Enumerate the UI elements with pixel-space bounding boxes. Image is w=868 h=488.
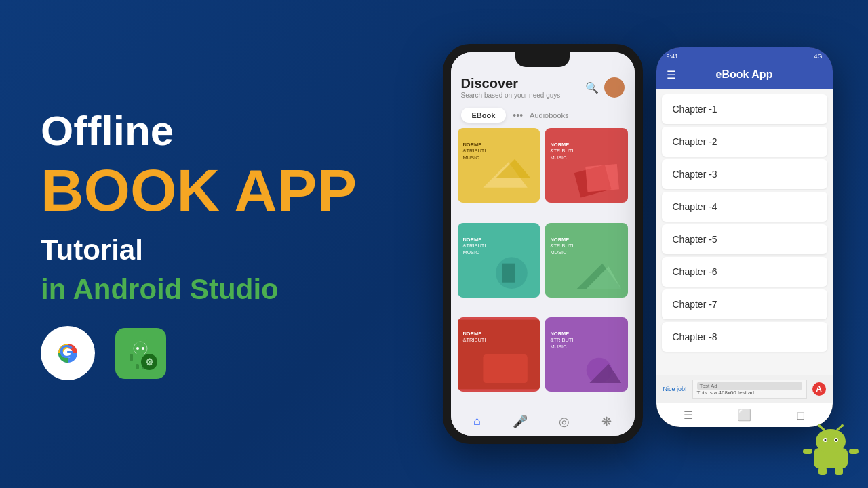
svg-rect-61 (818, 467, 827, 475)
phone1-tabs: EBook ••• Audiobooks (451, 102, 635, 128)
svg-point-54 (835, 439, 837, 441)
android-mascot (800, 424, 861, 481)
svg-text:⚙: ⚙ (145, 357, 154, 367)
svg-point-10 (142, 347, 144, 350)
hamburger-icon[interactable]: ☰ (667, 68, 676, 81)
svg-line-12 (144, 340, 146, 342)
svg-text:&TRIBUTI: &TRIBUTI (462, 148, 486, 154)
svg-rect-32 (502, 263, 515, 282)
main-container: Offline BOOK APP Tutorial in Android Stu… (0, 0, 868, 488)
phone1-notch (515, 52, 570, 67)
ad-icon: A (812, 382, 826, 396)
svg-text:MUSIC: MUSIC (550, 249, 567, 255)
home-nav-icon[interactable]: ⌂ (473, 414, 481, 429)
status-signal: 4G (814, 53, 822, 60)
book-cover-4[interactable]: NORME &TRIBUTI MUSIC (545, 223, 628, 298)
phone1-mockup: Discover Search based on your need guys … (443, 44, 643, 444)
svg-text:&TRIBUTI: &TRIBUTI (462, 243, 486, 249)
book-cover-1[interactable]: NORME &TRIBUTI MUSIC (458, 128, 540, 203)
book-grid: NORME &TRIBUTI MUSIC NORME &TRIBUTI M (451, 128, 635, 407)
recent-nav-icon[interactable]: ◻ (796, 409, 805, 422)
chapter-item-8[interactable]: Chapter -8 (662, 322, 827, 352)
svg-rect-27 (458, 225, 540, 295)
title-offline: Offline (41, 108, 380, 154)
status-time: 9:41 (667, 53, 679, 60)
ad-label: Test Ad (697, 382, 802, 390)
svg-text:G: G (59, 341, 74, 362)
svg-rect-7 (136, 364, 139, 369)
user-avatar (604, 77, 625, 98)
ad-nice-job: Nice job! (663, 386, 687, 392)
svg-text:NORME: NORME (462, 237, 481, 243)
mic-nav-icon[interactable]: 🎤 (513, 414, 528, 429)
android-studio-logo: ⚙ (115, 328, 166, 379)
svg-rect-62 (835, 467, 843, 475)
svg-line-11 (134, 340, 137, 342)
chapter-item-6[interactable]: Chapter -6 (662, 257, 827, 287)
svg-point-53 (825, 439, 827, 441)
svg-text:NORME: NORME (550, 331, 569, 337)
svg-rect-5 (130, 354, 133, 361)
tab-more[interactable]: ••• (513, 110, 523, 121)
right-section: Discover Search based on your need guys … (420, 44, 868, 444)
tab-ebook[interactable]: EBook (461, 108, 507, 123)
chapter-item-4[interactable]: Chapter -4 (662, 192, 827, 222)
svg-text:&TRIBUTI: &TRIBUTI (550, 148, 573, 154)
svg-text:MUSIC: MUSIC (462, 155, 479, 161)
explore-nav-icon[interactable]: ◎ (559, 414, 570, 429)
svg-text:NORME: NORME (550, 142, 569, 148)
svg-text:MUSIC: MUSIC (550, 155, 567, 161)
svg-point-3 (134, 342, 147, 355)
phone2-app-title: eBook App (716, 68, 773, 81)
logos-section: G (41, 326, 380, 380)
google-logo: G (41, 326, 95, 380)
phone1-nav: ⌂ 🎤 ◎ ❋ (451, 407, 635, 436)
svg-rect-59 (803, 449, 812, 454)
profile-nav-icon[interactable]: ❋ (601, 414, 612, 429)
title-book-app: BOOK APP (41, 161, 380, 220)
book-cover-3[interactable]: NORME &TRIBUTI MUSIC (458, 223, 540, 298)
svg-text:&TRIBUTI: &TRIBUTI (550, 338, 573, 344)
svg-rect-42 (483, 354, 527, 383)
left-section: Offline BOOK APP Tutorial in Android Stu… (0, 81, 420, 407)
phone1-screen: Discover Search based on your need guys … (451, 52, 635, 436)
title-tutorial: Tutorial (41, 234, 380, 266)
phone2-header: ☰ eBook App (656, 65, 833, 89)
ad-subtext: This is a 468x60 test ad. (697, 390, 802, 396)
discover-title: Discover (461, 76, 561, 92)
svg-text:MUSIC: MUSIC (550, 344, 567, 350)
chapter-list: Chapter -1 Chapter -2 Chapter -3 Chapter… (656, 89, 833, 375)
title-android-studio: in Android Studio (41, 273, 380, 306)
svg-point-50 (816, 429, 846, 453)
svg-point-9 (136, 347, 139, 350)
book-cover-6[interactable]: NORME &TRIBUTI MUSIC (545, 317, 628, 392)
svg-text:&TRIBUTI: &TRIBUTI (462, 338, 486, 344)
chapter-item-3[interactable]: Chapter -3 (662, 159, 827, 189)
svg-text:MUSIC: MUSIC (462, 249, 479, 255)
svg-rect-26 (585, 164, 619, 192)
svg-rect-60 (849, 449, 859, 454)
svg-text:NORME: NORME (550, 237, 569, 243)
book-cover-2[interactable]: NORME &TRIBUTI MUSIC (545, 128, 628, 203)
chapter-item-2[interactable]: Chapter -2 (662, 127, 827, 157)
phone2-mockup: 9:41 4G ☰ eBook App Chapter -1 Chapter -… (656, 47, 833, 427)
chapter-item-7[interactable]: Chapter -7 (662, 289, 827, 319)
svg-rect-15 (458, 131, 540, 201)
svg-text:&TRIBUTI: &TRIBUTI (550, 243, 573, 249)
svg-point-58 (841, 424, 844, 427)
discover-subtitle: Search based on your need guys (461, 92, 561, 99)
home-bottom-icon[interactable]: ⬜ (738, 409, 751, 422)
search-icon[interactable]: 🔍 (585, 81, 599, 94)
svg-text:NORME: NORME (462, 331, 481, 337)
chapter-item-5[interactable]: Chapter -5 (662, 224, 827, 254)
tab-audiobooks[interactable]: Audiobooks (530, 111, 569, 119)
chapter-item-1[interactable]: Chapter -1 (662, 94, 827, 124)
phone2-bottom-nav: ☰ ⬜ ◻ (656, 403, 833, 427)
book-cover-5[interactable]: NORME &TRIBUTI (458, 317, 540, 392)
ad-banner: Nice job! Test Ad This is a 468x60 test … (656, 375, 833, 403)
svg-text:NORME: NORME (462, 142, 481, 148)
svg-point-57 (818, 424, 821, 427)
back-nav-icon[interactable]: ☰ (684, 409, 693, 422)
phone2-status-bar: 9:41 4G (656, 47, 833, 65)
